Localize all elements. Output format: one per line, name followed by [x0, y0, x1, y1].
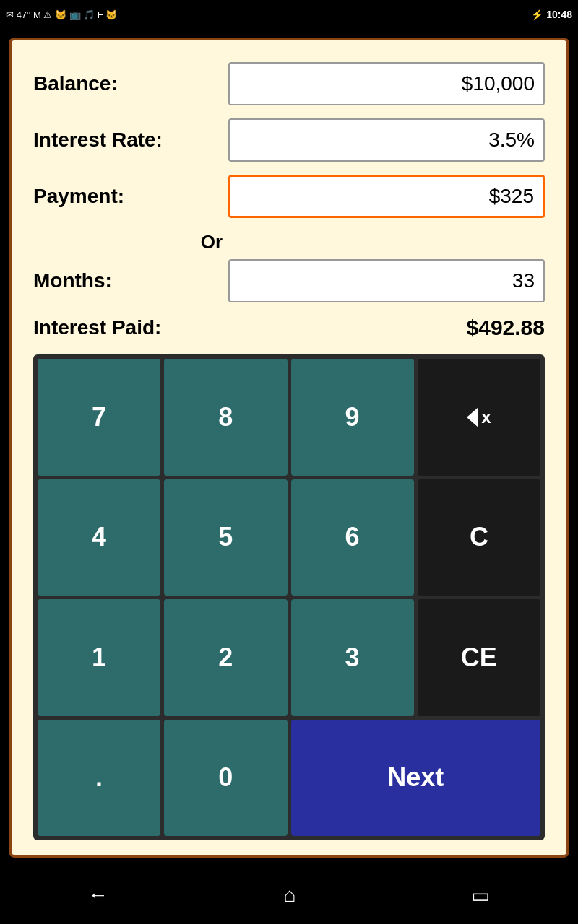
payment-label: Payment:: [33, 185, 228, 208]
interest-rate-row: Interest Rate:: [33, 118, 545, 162]
status-bar: ✉ 47° M ⚠ 🐱 📺 🎵 F 🐱 ⚡ 10:48: [0, 0, 578, 29]
balance-input[interactable]: [228, 62, 545, 105]
interest-paid-row: Interest Paid: $492.88: [33, 315, 545, 340]
key-4[interactable]: 4: [38, 479, 160, 596]
interest-paid-label: Interest Paid:: [33, 316, 228, 339]
key-2[interactable]: 2: [164, 599, 287, 716]
interest-rate-label: Interest Rate:: [33, 128, 228, 152]
payment-input[interactable]: [228, 175, 545, 218]
backspace-arrow: [467, 407, 478, 427]
nav-recent-button[interactable]: ▭: [471, 884, 490, 907]
backspace-icon: x: [467, 407, 491, 427]
nav-bar: ← ⌂ ▭: [0, 866, 578, 924]
key-backspace[interactable]: x: [418, 359, 540, 476]
key-8[interactable]: 8: [164, 359, 287, 476]
keypad-row-3: 1 2 3 CE: [38, 599, 540, 716]
months-input[interactable]: [228, 259, 545, 302]
key-ce[interactable]: CE: [418, 599, 540, 716]
status-left: ✉ 47° M ⚠ 🐱 📺 🎵 F 🐱: [6, 9, 117, 20]
payment-row: Payment:: [33, 175, 545, 218]
months-row: Months:: [33, 259, 545, 302]
keypad-row-2: 4 5 6 C: [38, 479, 540, 596]
status-time: ⚡ 10:48: [531, 9, 572, 20]
or-row: Or: [33, 231, 545, 253]
key-7[interactable]: 7: [38, 359, 160, 476]
key-5[interactable]: 5: [164, 479, 287, 596]
key-6[interactable]: 6: [291, 479, 414, 596]
key-9[interactable]: 9: [291, 359, 414, 476]
app-container: Balance: Interest Rate: Payment: Or Mont…: [0, 29, 578, 866]
keypad: 7 8 9 x 4 5 6 C 1 2 3: [33, 354, 545, 840]
keypad-row-1: 7 8 9 x: [38, 359, 540, 476]
status-icons: ✉ 47° M ⚠ 🐱 📺 🎵 F 🐱: [6, 9, 117, 20]
keypad-row-4: . 0 Next: [38, 720, 540, 837]
backspace-x: x: [481, 407, 491, 427]
interest-paid-value: $492.88: [228, 315, 545, 340]
key-next[interactable]: Next: [291, 720, 541, 837]
balance-row: Balance:: [33, 62, 545, 105]
key-c[interactable]: C: [418, 479, 540, 596]
main-panel: Balance: Interest Rate: Payment: Or Mont…: [9, 38, 569, 858]
or-label: Or: [33, 231, 228, 253]
balance-label: Balance:: [33, 72, 228, 95]
key-0[interactable]: 0: [164, 720, 287, 837]
key-3[interactable]: 3: [291, 599, 414, 716]
interest-rate-input[interactable]: [228, 118, 545, 162]
nav-back-button[interactable]: ←: [88, 884, 108, 907]
key-1[interactable]: 1: [38, 599, 160, 716]
key-dot[interactable]: .: [38, 720, 160, 837]
nav-home-button[interactable]: ⌂: [284, 884, 296, 907]
months-label: Months:: [33, 269, 228, 292]
